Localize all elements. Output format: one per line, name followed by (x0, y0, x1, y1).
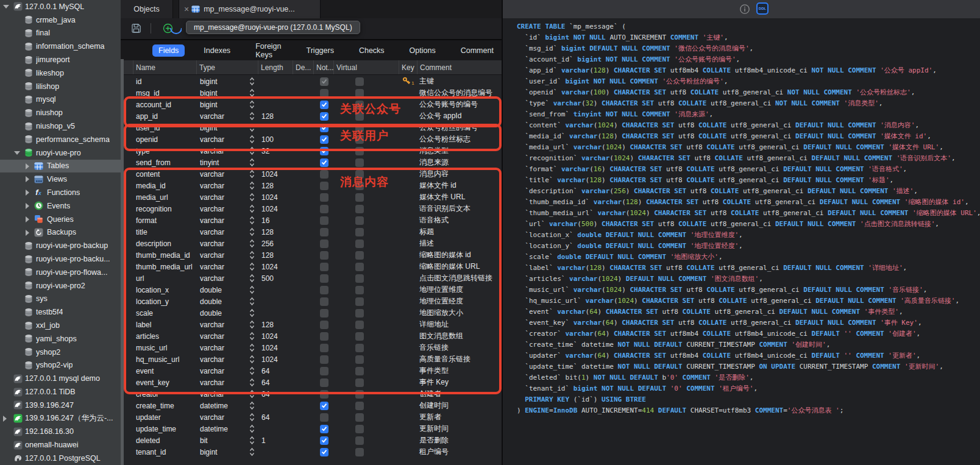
checkbox[interactable] (355, 309, 364, 318)
tree-item-139-9-196-247[interactable]: 139.9.196.247 (0, 399, 121, 412)
column-header-not-[interactable]: Not... (314, 60, 334, 74)
field-row-thumb_media_id[interactable]: thumb_media_idvarchar128缩略图的媒体 id (124, 249, 502, 261)
tree-item-testb5f4[interactable]: testb5f4 (0, 305, 121, 319)
field-row-label[interactable]: labelvarchar128详细地址 (124, 319, 502, 330)
info-icon[interactable] (739, 4, 750, 15)
length-stepper[interactable] (249, 308, 255, 319)
checkbox[interactable] (355, 355, 364, 364)
checkbox[interactable] (355, 413, 364, 422)
checkbox[interactable] (320, 286, 328, 294)
length-stepper[interactable] (249, 77, 255, 87)
tree-item-ruoyi-vue-pro[interactable]: ruoyi-vue-pro (0, 146, 121, 160)
column-header-virtual[interactable]: Virtual (334, 60, 399, 74)
column-header-name[interactable]: Name (133, 60, 197, 74)
checkbox[interactable] (320, 193, 328, 202)
checkbox[interactable] (355, 158, 364, 167)
field-row-media_url[interactable]: media_urlvarchar1024媒体文件 URL (124, 191, 502, 203)
checkbox[interactable] (320, 321, 328, 329)
tree-item-events[interactable]: Events (0, 199, 121, 213)
tree-item-niushop[interactable]: niushop (0, 106, 121, 119)
tree-item-ruoyi-vue-pro-flowa-[interactable]: ruoyi-vue-pro-flowa... (0, 266, 121, 279)
length-stepper[interactable] (249, 193, 255, 203)
tab-mp-message[interactable]: × mp_message@ruoyi-vue... (179, 0, 321, 18)
field-row-location_x[interactable]: location_xdouble地理位置维度 (124, 284, 502, 296)
checkbox[interactable] (320, 112, 328, 121)
checkbox[interactable] (355, 378, 364, 387)
field-row-app_id[interactable]: app_idvarchar128公众号 appId (124, 110, 502, 122)
length-stepper[interactable] (249, 436, 255, 446)
checkbox[interactable] (320, 274, 328, 283)
checkbox[interactable] (355, 135, 364, 144)
field-row-updater[interactable]: updatervarchar64更新者 (124, 411, 502, 423)
insert-field-button[interactable] (169, 28, 182, 35)
tree-item-127-0-0-1-postgresql[interactable]: 127.0.0.1 PostgreSQL (0, 452, 121, 465)
tree-item-ruoyi-vue-pro2[interactable]: ruoyi-vue-pro2 (0, 279, 121, 293)
tree-item-ruoyi-vue-pro-backu-[interactable]: ruoyi-vue-pro-backu... (0, 252, 121, 266)
chevron-right-icon[interactable] (3, 416, 7, 422)
checkbox[interactable] (320, 205, 328, 213)
field-row-deleted[interactable]: deletedbit1是否删除 (124, 435, 502, 446)
field-row-articles[interactable]: articlesvarchar1024图文消息数组 (124, 330, 502, 342)
checkbox[interactable] (320, 101, 328, 109)
length-stepper[interactable] (249, 135, 255, 145)
checkbox[interactable] (355, 112, 364, 121)
checkbox[interactable] (355, 124, 364, 132)
checkbox[interactable] (320, 182, 328, 190)
tree-item-139-9-196-247-[interactable]: 139.9.196.247（华为云-... (0, 412, 121, 425)
checkbox[interactable] (320, 216, 328, 225)
checkbox[interactable] (355, 170, 364, 179)
checkbox[interactable] (320, 124, 328, 132)
tree-item-functions[interactable]: fxFunctions (0, 186, 121, 199)
checkbox[interactable] (320, 425, 328, 433)
tree-item-192-168-16-30[interactable]: 192.168.16.30 (0, 425, 121, 439)
checkbox[interactable] (320, 332, 328, 341)
chevron-down-icon[interactable] (14, 151, 20, 155)
checkbox[interactable] (320, 344, 328, 352)
length-stepper[interactable] (249, 413, 255, 423)
length-stepper[interactable] (249, 100, 255, 110)
length-stepper[interactable] (249, 216, 255, 226)
column-header-de-[interactable]: De... (293, 60, 314, 74)
checkbox[interactable] (320, 309, 328, 318)
tree-item-jimureport[interactable]: jimureport (0, 53, 121, 66)
checkbox[interactable] (355, 402, 364, 410)
field-row-recognition[interactable]: recognitionvarchar1024语音识别后文本 (124, 203, 502, 215)
field-row-id[interactable]: idbigint1主键 (124, 76, 502, 87)
tree-item-yshop2-vip[interactable]: yshop2-vip (0, 359, 121, 372)
field-row-tenant_id[interactable]: tenant_idbigint租户编号 (124, 446, 502, 458)
tree-item-xxl-job[interactable]: xxl_job (0, 319, 121, 332)
field-row-hq_music_url[interactable]: hq_music_urlvarchar1024高质量音乐链接 (124, 353, 502, 365)
view-tab-options[interactable]: Options (403, 44, 442, 57)
field-row-event[interactable]: eventvarchar64事件类型 (124, 365, 502, 377)
checkbox[interactable] (355, 332, 364, 341)
checkbox[interactable] (355, 274, 364, 283)
field-row-event_key[interactable]: event_keyvarchar64事件 Key (124, 377, 502, 388)
field-row-format[interactable]: formatvarchar16语音格式 (124, 215, 502, 226)
length-stepper[interactable] (249, 366, 255, 377)
checkbox[interactable] (320, 297, 328, 306)
length-stepper[interactable] (249, 401, 255, 411)
checkbox[interactable] (320, 158, 328, 167)
checkbox[interactable] (355, 251, 364, 260)
field-row-title[interactable]: titlevarchar128标题 (124, 226, 502, 238)
chevron-down-icon[interactable] (3, 5, 9, 9)
tree-item-ruoyi-vue-pro-backup[interactable]: ruoyi-vue-pro-backup (0, 239, 121, 252)
field-row-msg_id[interactable]: msg_idbigint微信公众号的消息编号 (124, 87, 502, 99)
field-row-thumb_media_url[interactable]: thumb_media_urlvarchar1024缩略图的媒体 URL (124, 261, 502, 272)
save-button[interactable] (129, 21, 143, 35)
tree-item-tables[interactable]: Tables (0, 160, 121, 173)
tab-objects[interactable]: Objects (121, 0, 173, 18)
field-row-user_id[interactable]: user_idbigint公众号粉丝的编号 (124, 122, 502, 133)
length-stepper[interactable] (249, 181, 255, 191)
column-header-type[interactable]: Type (197, 60, 258, 74)
checkbox[interactable] (355, 425, 364, 433)
tree-item-niushop-v5[interactable]: niushop_v5 (0, 119, 121, 133)
view-tab-triggers[interactable]: Triggers (300, 44, 340, 57)
tree-item-onemall-huawei[interactable]: onemall-huawei (0, 438, 121, 452)
checkbox[interactable] (355, 297, 364, 306)
length-stepper[interactable] (249, 447, 255, 458)
checkbox[interactable] (320, 367, 328, 375)
chevron-right-icon[interactable] (26, 190, 29, 196)
tree-item-lilishop[interactable]: lilishop (0, 80, 121, 93)
field-row-send_from[interactable]: send_fromtinyint消息来源 (124, 157, 502, 168)
